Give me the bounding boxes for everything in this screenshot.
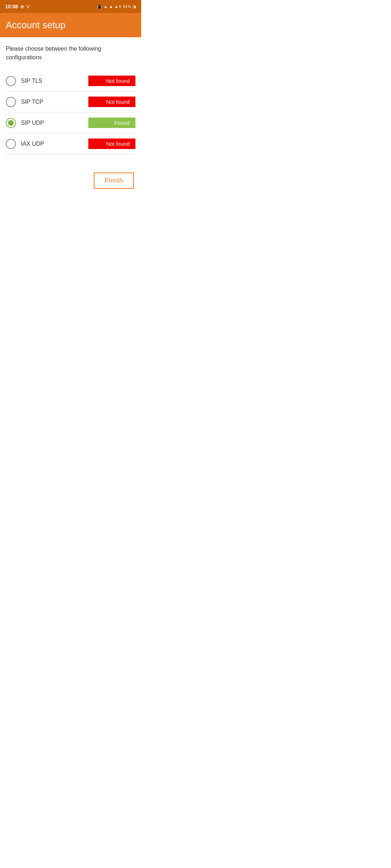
finish-button[interactable]: Finish bbox=[94, 173, 134, 189]
config-item-iax-udp[interactable]: IAX UDP Not found bbox=[6, 133, 135, 154]
config-label-iax-udp: IAX UDP bbox=[21, 141, 44, 147]
status-bar: 10:08 ⊗ V 📳 ▲ ▲ ▲✕ 61% ◑ bbox=[0, 0, 141, 13]
config-list: SIP TLS Not found SIP TCP Not found SIP … bbox=[6, 71, 135, 154]
status-badge-sip-udp: Found bbox=[88, 118, 135, 128]
config-label-sip-tcp: SIP TCP bbox=[21, 99, 43, 105]
subtitle-text: Please choose between the following conf… bbox=[6, 44, 135, 62]
config-label-sip-udp: SIP UDP bbox=[21, 120, 44, 126]
notification-icon: ⊗ bbox=[20, 4, 24, 9]
radio-inner-sip-udp bbox=[8, 120, 14, 126]
config-label-sip-tls: SIP TLS bbox=[21, 78, 42, 84]
status-badge-sip-tcp: Not found bbox=[88, 97, 135, 107]
status-icons-right: 📳 ▲ ▲ ▲✕ 61% ◑ bbox=[97, 4, 136, 9]
config-item-sip-udp[interactable]: SIP UDP Found bbox=[6, 112, 135, 133]
v-label: V bbox=[26, 4, 30, 9]
radio-sip-tcp[interactable] bbox=[6, 97, 16, 107]
config-left-sip-tls: SIP TLS bbox=[6, 76, 42, 86]
radio-sip-udp[interactable] bbox=[6, 118, 16, 128]
config-left-sip-tcp: SIP TCP bbox=[6, 97, 43, 107]
status-time: 10:08 bbox=[5, 4, 18, 9]
radio-iax-udp[interactable] bbox=[6, 139, 16, 149]
main-content: Please choose between the following conf… bbox=[0, 37, 141, 196]
status-badge-sip-tls: Not found bbox=[88, 76, 135, 86]
finish-row: Finish bbox=[6, 173, 135, 189]
radio-sip-tls[interactable] bbox=[6, 76, 16, 86]
battery-percent: 61% bbox=[123, 4, 131, 9]
app-header: Account setup bbox=[0, 13, 141, 37]
battery-icon: ◑ bbox=[133, 4, 136, 9]
wifi-icon: ▲ bbox=[104, 4, 108, 9]
status-badge-iax-udp: Not found bbox=[88, 139, 135, 149]
config-left-sip-udp: SIP UDP bbox=[6, 118, 44, 128]
status-left: 10:08 ⊗ V bbox=[5, 4, 29, 9]
signal-icon: ▲ bbox=[109, 4, 113, 9]
config-left-iax-udp: IAX UDP bbox=[6, 139, 44, 149]
config-item-sip-tls[interactable]: SIP TLS Not found bbox=[6, 71, 135, 92]
vibrate-icon: 📳 bbox=[97, 4, 102, 9]
config-item-sip-tcp[interactable]: SIP TCP Not found bbox=[6, 92, 135, 112]
page-title: Account setup bbox=[6, 20, 135, 31]
signal2-icon: ▲✕ bbox=[114, 4, 122, 9]
